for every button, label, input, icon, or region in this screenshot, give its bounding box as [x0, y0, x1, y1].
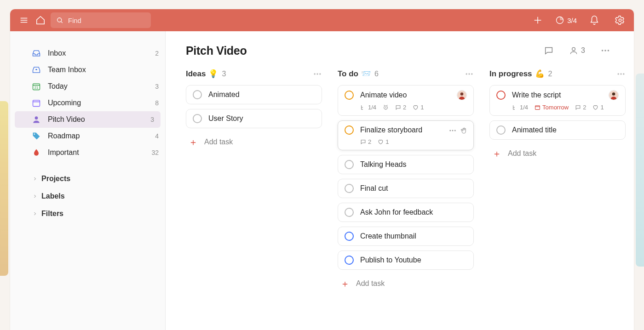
app-header: 3/4	[10, 9, 634, 31]
sidebar-item-important[interactable]: Important 32	[10, 144, 165, 161]
tag-icon	[32, 131, 41, 141]
alarm-icon	[383, 104, 389, 110]
search-input[interactable]	[67, 16, 145, 25]
task-card[interactable]: User Story	[186, 109, 322, 128]
progress-pie-icon	[555, 16, 564, 25]
add-task-button[interactable]: ＋ Add task	[489, 144, 626, 163]
task-title: Publish to Youtube	[360, 256, 421, 264]
sidebar-item-count: 32	[151, 149, 159, 156]
subtasks-icon	[360, 104, 366, 110]
add-button[interactable]	[529, 12, 546, 28]
sidebar-section-labels[interactable]: Labels	[10, 188, 165, 205]
assignee-avatar[interactable]	[457, 90, 467, 100]
project-more-button[interactable]	[597, 42, 614, 59]
svg-point-21	[604, 50, 606, 51]
column-more-button[interactable]	[313, 69, 322, 79]
task-checkbox[interactable]	[345, 232, 354, 241]
hand-icon	[460, 127, 468, 134]
plus-icon: ＋	[492, 149, 501, 158]
task-checkbox[interactable]	[496, 125, 506, 135]
sidebar: Inbox 2 Team Inbox 21 Today 3 Upcoming 8	[10, 31, 166, 330]
card-more-button[interactable]	[448, 126, 457, 135]
task-card[interactable]: Ask John for feedback	[338, 203, 474, 222]
task-title: Animated	[208, 91, 240, 99]
task-checkbox[interactable]	[345, 160, 354, 169]
task-card[interactable]: Talking Heads	[338, 155, 474, 174]
hamburger-icon	[19, 15, 29, 25]
task-checkbox[interactable]	[345, 208, 354, 217]
task-title: Animated title	[512, 126, 557, 134]
task-card[interactable]: Publish to Youtube	[338, 250, 474, 270]
task-title: Ask John for feedback	[360, 208, 433, 216]
menu-toggle-button[interactable]	[16, 12, 32, 28]
inbox-icon	[32, 49, 41, 58]
task-card[interactable]: Animated title	[489, 120, 626, 140]
task-checkbox[interactable]	[345, 256, 354, 265]
add-task-button[interactable]: ＋ Add task	[338, 274, 474, 293]
productivity-button[interactable]: 3/4	[555, 16, 577, 25]
task-card[interactable]: Final cut	[338, 179, 474, 198]
comment-icon	[395, 104, 401, 110]
task-card[interactable]: Create thumbnail	[338, 227, 474, 246]
svg-point-32	[449, 130, 451, 131]
task-checkbox[interactable]	[496, 91, 506, 100]
svg-point-30	[460, 92, 464, 96]
task-checkbox[interactable]	[193, 90, 202, 99]
task-meta: 1/4 2 1	[360, 104, 467, 111]
column-more-button[interactable]	[465, 69, 474, 79]
task-card[interactable]: Animate video 1/4	[338, 85, 474, 116]
add-task-label: Add task	[356, 279, 385, 288]
sidebar-section-filters[interactable]: Filters	[10, 205, 165, 222]
column-emoji: 📨	[361, 69, 371, 79]
sidebar-item-label: Pitch Video	[48, 115, 144, 124]
column-title[interactable]: Ideas 💡	[186, 69, 218, 79]
search-box[interactable]	[51, 12, 151, 28]
column-title[interactable]: To do 📨	[338, 69, 371, 79]
svg-point-8	[619, 19, 621, 22]
sidebar-item-team-inbox[interactable]: Team Inbox	[10, 62, 165, 78]
task-checkbox[interactable]	[345, 125, 354, 135]
task-card[interactable]: Write the script 1/4	[489, 85, 626, 116]
sidebar-item-upcoming[interactable]: Upcoming 8	[10, 95, 165, 111]
share-people-button[interactable]: 3	[569, 46, 585, 55]
task-checkbox[interactable]	[193, 114, 202, 123]
svg-point-23	[314, 73, 316, 74]
card-drag-handle[interactable]	[460, 127, 468, 134]
comments-button[interactable]	[540, 42, 557, 59]
sidebar-item-count: 2	[155, 50, 159, 57]
task-checkbox[interactable]	[345, 91, 354, 100]
sidebar-item-roadmap[interactable]: Roadmap 4	[10, 128, 165, 144]
calendar-icon	[535, 104, 540, 110]
task-title: Write the script	[512, 91, 561, 99]
svg-point-19	[572, 47, 575, 51]
comment-icon	[575, 104, 581, 110]
column-emoji: 💪	[535, 69, 545, 79]
sidebar-item-count: 3	[150, 116, 154, 123]
svg-point-25	[319, 73, 321, 74]
chevron-right-icon	[32, 176, 38, 182]
likes-indicator: 1	[592, 104, 604, 111]
task-card[interactable]: Animated	[186, 85, 322, 104]
sidebar-item-today[interactable]: 21 Today 3	[10, 78, 165, 95]
assignee-avatar[interactable]	[609, 90, 619, 100]
task-checkbox[interactable]	[345, 184, 354, 193]
settings-button[interactable]	[612, 12, 628, 28]
column-more-button[interactable]	[616, 69, 626, 79]
svg-point-37	[623, 73, 624, 74]
notifications-button[interactable]	[586, 12, 603, 28]
sidebar-section-label: Labels	[41, 192, 65, 200]
sidebar-section-projects[interactable]: Projects	[10, 170, 165, 188]
task-title: Animate video	[360, 91, 407, 99]
heart-icon	[592, 104, 598, 110]
sidebar-item-pitch-video[interactable]: Pitch Video 3	[15, 111, 161, 128]
add-task-label: Add task	[204, 138, 233, 146]
add-task-button[interactable]: ＋ Add task	[186, 133, 322, 151]
column-title[interactable]: In progress 💪	[489, 69, 545, 79]
svg-line-4	[61, 22, 63, 23]
subtasks-indicator: 1/4	[360, 104, 376, 111]
task-card[interactable]: Finalize storyboard 2 1	[338, 120, 474, 150]
more-horizontal-icon	[448, 126, 457, 135]
sidebar-section-label: Projects	[41, 175, 70, 183]
home-button[interactable]	[32, 12, 49, 28]
sidebar-item-inbox[interactable]: Inbox 2	[10, 45, 165, 62]
